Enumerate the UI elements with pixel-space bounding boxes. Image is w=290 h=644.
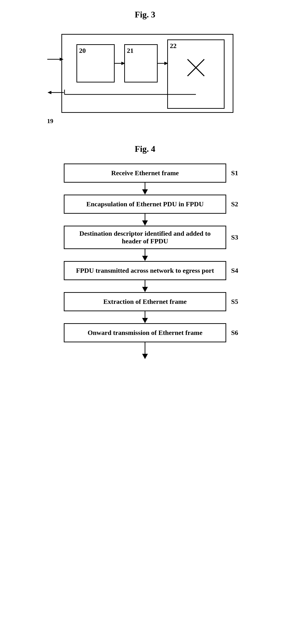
arrow-out-icon <box>46 90 64 96</box>
svg-marker-11 <box>47 91 51 94</box>
flow-label-s6: S6 <box>231 329 238 336</box>
fig3-diagram: 20 21 22 <box>47 29 243 125</box>
flow-label-s4: S4 <box>231 267 238 274</box>
flow-box-s4: FPDU transmitted across network to egres… <box>64 261 226 280</box>
flow-row-s3: Destination descriptor identified and ad… <box>37 226 253 249</box>
flow-arrow-1 <box>141 183 149 194</box>
svg-marker-23 <box>142 354 148 359</box>
fig4-title: Fig. 4 <box>135 144 155 154</box>
feedback-arrow-icon <box>62 90 196 106</box>
flow-label-s3: S3 <box>231 234 238 241</box>
outer-box-19: 20 21 22 <box>61 34 233 113</box>
arrow-in-icon <box>47 56 64 63</box>
flow-box-s6: Onward transmission of Ethernet frame <box>64 323 226 342</box>
flow-row-s2: Encapsulation of Ethernet PDU in FPDU S2 <box>37 194 253 214</box>
fig3-section: Fig. 3 20 21 <box>19 10 271 125</box>
svg-marker-19 <box>142 287 148 292</box>
flow-label-s2: S2 <box>231 200 238 208</box>
flow-box-s3: Destination descriptor identified and ad… <box>64 226 226 249</box>
flow-arrow-2 <box>141 214 149 226</box>
flow-label-s5: S5 <box>231 298 238 306</box>
flow-label-s1: S1 <box>231 169 238 177</box>
flow-box-s2: Encapsulation of Ethernet PDU in FPDU <box>64 194 226 214</box>
flow-arrow-final <box>141 342 149 359</box>
flow-arrow-3 <box>141 249 149 261</box>
flow-arrow-4 <box>141 280 149 292</box>
flow-box-s5: Extraction of Ethernet frame <box>64 292 226 311</box>
flow-arrow-5 <box>141 311 149 323</box>
svg-marker-1 <box>60 58 63 61</box>
label-19: 19 <box>47 118 53 125</box>
arrow-20-21-icon <box>114 60 126 66</box>
box-21: 21 <box>124 44 158 82</box>
svg-marker-21 <box>142 318 148 323</box>
flow-row-s5: Extraction of Ethernet frame S5 <box>37 292 253 311</box>
svg-marker-17 <box>142 256 148 261</box>
switch-x-icon <box>185 57 207 78</box>
svg-marker-15 <box>142 220 148 226</box>
box-20: 20 <box>76 44 115 82</box>
fig4-section: Fig. 4 Receive Ethernet frame S1 Encapsu… <box>19 144 271 359</box>
flowchart: Receive Ethernet frame S1 Encapsulation … <box>37 164 253 359</box>
flow-row-s6: Onward transmission of Ethernet frame S6 <box>37 323 253 342</box>
flow-row-s4: FPDU transmitted across network to egres… <box>37 261 253 280</box>
flow-row-s1: Receive Ethernet frame S1 <box>37 164 253 183</box>
flow-box-s1: Receive Ethernet frame <box>64 164 226 183</box>
arrow-21-22-icon <box>157 60 169 66</box>
page: Fig. 3 20 21 <box>0 0 290 368</box>
svg-marker-13 <box>142 189 148 194</box>
fig3-title: Fig. 3 <box>135 10 155 20</box>
